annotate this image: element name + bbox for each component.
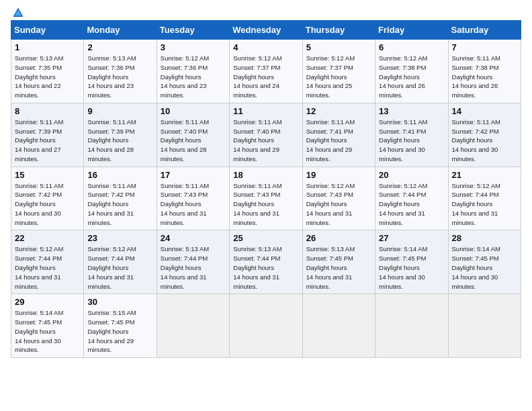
calendar-cell-14: 14 Sunrise: 5:11 AM Sunset: 7:42 PM Dayl… — [448, 103, 521, 167]
calendar-cell-2: 2 Sunrise: 5:13 AM Sunset: 7:36 PM Dayli… — [84, 40, 157, 103]
column-header-thursday: Thursday — [302, 21, 375, 40]
sunset-label: Sunset: — [15, 255, 36, 262]
daylight-label: Daylight hours — [452, 200, 493, 208]
day-info: Sunrise: 5:12 AM Sunset: 7:37 PM Dayligh… — [233, 54, 298, 100]
day-number: 1 — [15, 42, 80, 52]
daylight-label: Daylight hours — [233, 73, 274, 81]
calendar-cell- — [157, 294, 229, 358]
sunset-label: Sunset: — [452, 191, 474, 198]
sunset-label: Sunset: — [233, 64, 255, 71]
sunrise-label: Sunrise: — [161, 54, 184, 62]
sunrise-label: Sunrise: — [306, 118, 330, 126]
calendar-week-1: 1 Sunrise: 5:13 AM Sunset: 7:35 PM Dayli… — [11, 40, 521, 103]
calendar-cell-4: 4 Sunrise: 5:12 AM Sunset: 7:37 PM Dayli… — [230, 40, 302, 103]
day-number: 11 — [233, 106, 298, 116]
sunrise-label: Sunrise: — [452, 118, 476, 126]
daylight-label: Daylight hours — [306, 264, 347, 271]
calendar-cell-8: 8 Sunrise: 5:11 AM Sunset: 7:39 PM Dayli… — [11, 103, 84, 167]
day-info: Sunrise: 5:14 AM Sunset: 7:45 PM Dayligh… — [379, 244, 444, 291]
sunrise-label: Sunrise: — [87, 309, 111, 316]
day-number: 19 — [306, 170, 371, 180]
column-header-sunday: Sunday — [11, 21, 84, 40]
day-info: Sunrise: 5:11 AM Sunset: 7:41 PM Dayligh… — [306, 118, 371, 164]
calendar-cell- — [302, 294, 375, 358]
day-info: Sunrise: 5:11 AM Sunset: 7:38 PM Dayligh… — [452, 54, 517, 100]
day-number: 9 — [87, 106, 152, 116]
day-number: 10 — [161, 106, 226, 116]
sunrise-label: Sunrise: — [15, 245, 38, 253]
calendar-cell-20: 20 Sunrise: 5:12 AM Sunset: 7:44 PM Dayl… — [375, 167, 448, 230]
sunrise-label: Sunrise: — [87, 118, 111, 126]
sunset-label: Sunset: — [233, 255, 255, 262]
daylight-label: Daylight hours — [306, 73, 347, 81]
day-number: 15 — [15, 170, 80, 180]
daylight-label: Daylight hours — [15, 200, 56, 208]
calendar-cell-25: 25 Sunrise: 5:13 AM Sunset: 7:44 PM Dayl… — [230, 230, 302, 294]
day-info: Sunrise: 5:12 AM Sunset: 7:44 PM Dayligh… — [15, 244, 80, 291]
sunrise-label: Sunrise: — [306, 182, 330, 189]
day-info: Sunrise: 5:15 AM Sunset: 7:45 PM Dayligh… — [87, 308, 152, 355]
daylight-label: Daylight hours — [452, 264, 493, 271]
sunset-label: Sunset: — [452, 64, 474, 71]
daylight-label: Daylight hours — [15, 328, 56, 335]
logo — [11, 7, 24, 16]
day-number: 2 — [87, 42, 152, 52]
sunset-label: Sunset: — [161, 128, 182, 135]
day-info: Sunrise: 5:11 AM Sunset: 7:43 PM Dayligh… — [233, 181, 298, 228]
sunrise-label: Sunrise: — [15, 182, 38, 189]
calendar-cell-18: 18 Sunrise: 5:11 AM Sunset: 7:43 PM Dayl… — [230, 167, 302, 230]
day-info: Sunrise: 5:12 AM Sunset: 7:43 PM Dayligh… — [306, 181, 371, 228]
sunset-label: Sunset: — [379, 191, 400, 198]
day-info: Sunrise: 5:11 AM Sunset: 7:42 PM Dayligh… — [15, 181, 80, 228]
daylight-label: Daylight hours — [452, 136, 493, 144]
calendar-cell-26: 26 Sunrise: 5:13 AM Sunset: 7:45 PM Dayl… — [302, 230, 375, 294]
day-number: 14 — [452, 106, 517, 116]
column-header-saturday: Saturday — [448, 21, 521, 40]
sunrise-label: Sunrise: — [452, 54, 476, 62]
day-info: Sunrise: 5:12 AM Sunset: 7:36 PM Dayligh… — [161, 54, 226, 100]
day-info: Sunrise: 5:14 AM Sunset: 7:45 PM Dayligh… — [15, 308, 80, 355]
calendar-week-5: 29 Sunrise: 5:14 AM Sunset: 7:45 PM Dayl… — [11, 294, 521, 358]
calendar-cell-12: 12 Sunrise: 5:11 AM Sunset: 7:41 PM Dayl… — [302, 103, 375, 167]
calendar-cell-7: 7 Sunrise: 5:11 AM Sunset: 7:38 PM Dayli… — [448, 40, 521, 103]
sunset-label: Sunset: — [15, 191, 36, 198]
daylight-label: Daylight hours — [87, 136, 128, 144]
day-info: Sunrise: 5:12 AM Sunset: 7:44 PM Dayligh… — [452, 181, 517, 228]
calendar-cell- — [448, 294, 521, 358]
daylight-label: Daylight hours — [161, 200, 202, 208]
calendar-cell-28: 28 Sunrise: 5:14 AM Sunset: 7:45 PM Dayl… — [448, 230, 521, 294]
day-number: 21 — [452, 170, 517, 180]
day-info: Sunrise: 5:13 AM Sunset: 7:44 PM Dayligh… — [161, 244, 226, 291]
sunset-label: Sunset: — [306, 191, 328, 198]
sunrise-label: Sunrise: — [161, 118, 184, 126]
day-number: 5 — [306, 42, 371, 52]
sunrise-label: Sunrise: — [233, 245, 257, 253]
sunrise-label: Sunrise: — [233, 54, 257, 62]
day-number: 25 — [233, 233, 298, 243]
sunrise-label: Sunrise: — [15, 309, 38, 316]
day-number: 12 — [306, 106, 371, 116]
calendar-week-2: 8 Sunrise: 5:11 AM Sunset: 7:39 PM Dayli… — [11, 103, 521, 167]
calendar-cell-10: 10 Sunrise: 5:11 AM Sunset: 7:40 PM Dayl… — [157, 103, 229, 167]
day-number: 28 — [452, 233, 517, 243]
calendar-cell-27: 27 Sunrise: 5:14 AM Sunset: 7:45 PM Dayl… — [375, 230, 448, 294]
sunset-label: Sunset: — [87, 255, 109, 262]
calendar-cell-19: 19 Sunrise: 5:12 AM Sunset: 7:43 PM Dayl… — [302, 167, 375, 230]
sunset-label: Sunset: — [87, 128, 109, 135]
day-info: Sunrise: 5:11 AM Sunset: 7:41 PM Dayligh… — [379, 118, 444, 164]
sunset-label: Sunset: — [452, 128, 474, 135]
sunrise-label: Sunrise: — [161, 245, 184, 253]
sunrise-label: Sunrise: — [379, 182, 402, 189]
calendar-cell-24: 24 Sunrise: 5:13 AM Sunset: 7:44 PM Dayl… — [157, 230, 229, 294]
sunset-label: Sunset: — [233, 191, 255, 198]
sunrise-label: Sunrise: — [87, 182, 111, 189]
calendar-cell-17: 17 Sunrise: 5:11 AM Sunset: 7:43 PM Dayl… — [157, 167, 229, 230]
calendar-cell-16: 16 Sunrise: 5:11 AM Sunset: 7:42 PM Dayl… — [84, 167, 157, 230]
column-header-monday: Monday — [84, 21, 157, 40]
sunset-label: Sunset: — [161, 191, 182, 198]
header — [11, 7, 521, 16]
calendar-cell-6: 6 Sunrise: 5:12 AM Sunset: 7:38 PM Dayli… — [375, 40, 448, 103]
day-number: 20 — [379, 170, 444, 180]
calendar-cell- — [375, 294, 448, 358]
column-header-friday: Friday — [375, 21, 448, 40]
